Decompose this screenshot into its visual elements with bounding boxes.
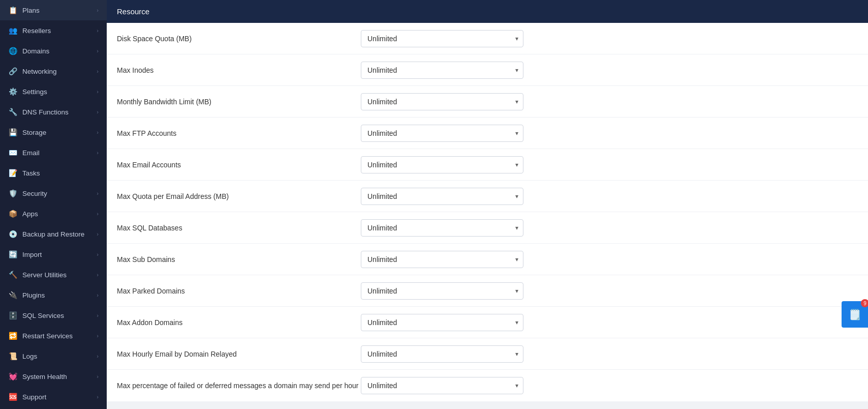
sidebar-icon-sql-services: 🗄️	[8, 311, 17, 320]
sidebar-label-email: Email	[22, 149, 40, 157]
chevron-icon-storage: ›	[97, 129, 99, 135]
resource-select-wrapper-max-inodes: Unlimited 0 Custom ▾	[361, 62, 523, 79]
sidebar-item-plans[interactable]: 📋 Plans ›	[0, 0, 107, 20]
sidebar-icon-support: 🆘	[8, 392, 17, 401]
sidebar-item-plugins[interactable]: 🔌 Plugins ›	[0, 285, 107, 305]
sidebar-item-left-server-utilities: 🔨 Server Utilities	[8, 270, 67, 279]
resource-select-disk-space[interactable]: Unlimited 0 Custom	[361, 30, 523, 47]
chevron-icon-sql-services: ›	[97, 312, 99, 318]
sidebar-item-settings[interactable]: ⚙️ Settings ›	[0, 81, 107, 102]
sidebar-item-left-tasks: 📝 Tasks	[8, 168, 40, 178]
sidebar-item-server-utilities[interactable]: 🔨 Server Utilities ›	[0, 265, 107, 285]
floating-icon: 🗒️	[849, 308, 861, 320]
sidebar-icon-domains: 🌐	[8, 46, 17, 55]
resource-select-max-subdomains[interactable]: Unlimited 0 Custom	[361, 251, 523, 268]
chevron-icon-system-health: ›	[97, 373, 99, 379]
sidebar-icon-networking: 🔗	[8, 67, 17, 76]
sidebar-item-left-storage: 💾 Storage	[8, 128, 46, 137]
resource-row-max-addon: Max Addon Domains Unlimited 0 Custom ▾	[107, 307, 868, 338]
sidebar-item-logs[interactable]: 📜 Logs ›	[0, 346, 107, 366]
sidebar-item-backup-restore[interactable]: 💿 Backup and Restore ›	[0, 224, 107, 244]
sidebar-item-apps[interactable]: 📦 Apps ›	[0, 203, 107, 224]
chevron-icon-resellers: ›	[97, 27, 99, 34]
chevron-icon-plans: ›	[97, 7, 99, 13]
chevron-icon-dns-functions: ›	[97, 109, 99, 115]
sidebar-item-dns-functions[interactable]: 🔧 DNS Functions ›	[0, 102, 107, 122]
resource-row-max-failed-pct: Max percentage of failed or deferred mes…	[107, 370, 868, 401]
resource-select-max-quota-email[interactable]: Unlimited 0 Custom	[361, 188, 523, 205]
chevron-icon-support: ›	[97, 394, 99, 400]
resource-select-max-hourly-email[interactable]: Unlimited 0 Custom	[361, 345, 523, 363]
sidebar-label-security: Security	[22, 190, 47, 197]
sidebar-icon-logs: 📜	[8, 352, 17, 361]
sidebar-item-import[interactable]: 🔄 Import ›	[0, 244, 107, 265]
resource-select-max-parked[interactable]: Unlimited 0 Custom	[361, 282, 523, 300]
sidebar-label-system-health: System Health	[22, 373, 67, 381]
resource-table: Resource Disk Space Quota (MB) Unlimited…	[107, 0, 868, 401]
sidebar-icon-resellers: 👥	[8, 26, 17, 35]
resource-select-wrapper-max-ftp: Unlimited 0 Custom ▾	[361, 125, 523, 142]
sidebar-item-networking[interactable]: 🔗 Networking ›	[0, 61, 107, 81]
sidebar-item-left-system-health: 💓 System Health	[8, 372, 67, 381]
sidebar-item-left-sql-services: 🗄️ SQL Services	[8, 311, 64, 320]
resource-select-max-sql-db[interactable]: Unlimited 0 Custom	[361, 219, 523, 237]
sidebar-label-dns-functions: DNS Functions	[22, 108, 69, 116]
sidebar-icon-tasks: 📝	[8, 168, 17, 178]
chevron-icon-settings: ›	[97, 89, 99, 95]
resource-select-wrapper-disk-space: Unlimited 0 Custom ▾	[361, 30, 523, 47]
resource-select-max-failed-pct[interactable]: Unlimited 0 Custom	[361, 377, 523, 394]
sidebar-item-left-logs: 📜 Logs	[8, 352, 37, 361]
sidebar-item-sql-services[interactable]: 🗄️ SQL Services ›	[0, 305, 107, 326]
sidebar-item-tasks[interactable]: 📝 Tasks	[0, 163, 107, 183]
resource-label-max-quota-email: Max Quota per Email Address (MB)	[117, 192, 361, 200]
sidebar-item-storage[interactable]: 💾 Storage ›	[0, 122, 107, 142]
resource-row-monthly-bandwidth: Monthly Bandwidth Limit (MB) Unlimited 0…	[107, 86, 868, 118]
resource-row-max-hourly-email: Max Hourly Email by Domain Relayed Unlim…	[107, 338, 868, 370]
sidebar-icon-settings: ⚙️	[8, 87, 17, 96]
resource-select-monthly-bandwidth[interactable]: Unlimited 0 Custom	[361, 93, 523, 110]
resource-select-wrapper-max-subdomains: Unlimited 0 Custom ▾	[361, 251, 523, 268]
resource-label-max-ftp: Max FTP Accounts	[117, 129, 361, 137]
sidebar-label-plugins: Plugins	[22, 291, 45, 299]
resource-select-max-inodes[interactable]: Unlimited 0 Custom	[361, 62, 523, 79]
sidebar-label-resellers: Resellers	[22, 27, 51, 35]
sidebar-item-left-security: 🛡️ Security	[8, 189, 47, 198]
resource-label-max-sql-db: Max SQL Databases	[117, 224, 361, 232]
resource-select-max-ftp[interactable]: Unlimited 0 Custom	[361, 125, 523, 142]
main-content: Resource Disk Space Quota (MB) Unlimited…	[107, 0, 868, 409]
sidebar-icon-plugins: 🔌	[8, 290, 17, 300]
sidebar-label-plans: Plans	[22, 7, 40, 14]
sidebar-item-security[interactable]: 🛡️ Security ›	[0, 183, 107, 203]
sidebar-item-domains[interactable]: 🌐 Domains ›	[0, 41, 107, 61]
sidebar-icon-plans: 📋	[8, 6, 17, 15]
chevron-icon-security: ›	[97, 190, 99, 196]
sidebar-item-updates[interactable]: 🔃 Updates ›	[0, 407, 107, 409]
resource-row-max-subdomains: Max Sub Domains Unlimited 0 Custom ▾	[107, 244, 868, 275]
sidebar-item-email[interactable]: ✉️ Email ›	[0, 142, 107, 163]
sidebar-icon-storage: 💾	[8, 128, 17, 137]
sidebar-item-system-health[interactable]: 💓 System Health ›	[0, 366, 107, 387]
chevron-icon-email: ›	[97, 150, 99, 156]
chevron-icon-import: ›	[97, 251, 99, 257]
sidebar-label-tasks: Tasks	[22, 169, 40, 177]
sidebar-icon-apps: 📦	[8, 209, 17, 218]
resource-title: Resource	[117, 7, 149, 16]
sidebar-label-networking: Networking	[22, 68, 57, 75]
resource-label-monthly-bandwidth: Monthly Bandwidth Limit (MB)	[117, 98, 361, 106]
sidebar-item-restart-services[interactable]: 🔁 Restart Services ›	[0, 326, 107, 346]
resource-select-max-email-accounts[interactable]: Unlimited 0 Custom	[361, 156, 523, 173]
sidebar-label-domains: Domains	[22, 47, 49, 55]
chevron-icon-server-utilities: ›	[97, 272, 99, 278]
resource-select-max-addon[interactable]: Unlimited 0 Custom	[361, 314, 523, 331]
sidebar-item-resellers[interactable]: 👥 Resellers ›	[0, 20, 107, 41]
sidebar-item-support[interactable]: 🆘 Support ›	[0, 387, 107, 407]
resource-label-max-parked: Max Parked Domains	[117, 287, 361, 295]
chevron-icon-apps: ›	[97, 211, 99, 217]
sidebar-icon-server-utilities: 🔨	[8, 270, 17, 279]
sidebar-icon-import: 🔄	[8, 250, 17, 259]
resource-select-wrapper-monthly-bandwidth: Unlimited 0 Custom ▾	[361, 93, 523, 110]
sidebar-label-logs: Logs	[22, 353, 37, 360]
resource-select-wrapper-max-sql-db: Unlimited 0 Custom ▾	[361, 219, 523, 237]
floating-action-button[interactable]: 🗒️ 9	[842, 301, 868, 328]
resource-label-max-failed-pct: Max percentage of failed or deferred mes…	[117, 382, 361, 390]
